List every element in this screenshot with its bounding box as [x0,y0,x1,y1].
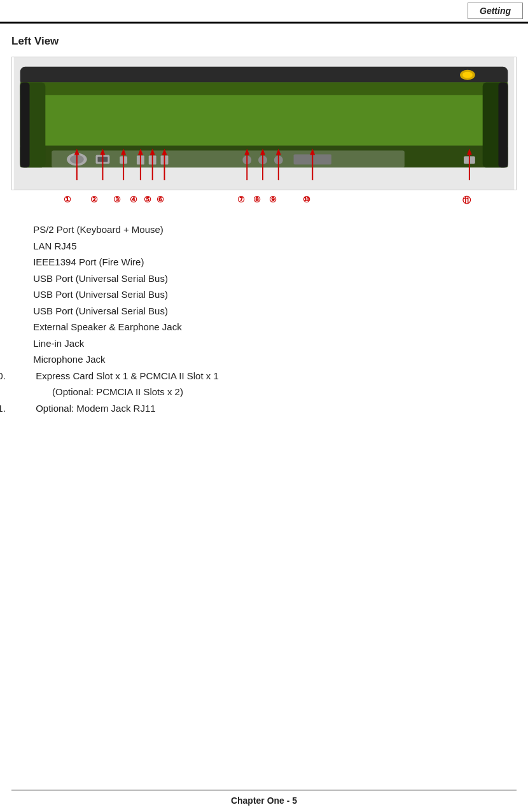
list-item: 3. IEEE1394 Port (Fire Wire) [11,255,517,270]
diagram-area: ① ② ③ ④ ⑤ ⑥ ⑦ ⑧ ⑨ ⑩ ⑪ [11,57,517,218]
port-label-4: ④ [130,195,137,204]
list-item: 9. Microphone Jack [11,353,517,367]
port-label-9: ⑨ [269,195,277,204]
list-item-10-continued: (Optional: PCMCIA II Slots x 2) [11,385,517,400]
port-label-8: ⑧ [253,195,261,204]
items-list: 1. PS/2 Port (Keyboard + Mouse) 2. LAN R… [11,223,517,416]
svg-point-23 [462,72,473,78]
svg-rect-4 [20,95,508,145]
page-title: Left View [11,35,528,48]
laptop-left-view-image [11,57,517,190]
list-item: 6. USB Port (Universal Serial Bus) [11,304,517,319]
port-label-6: ⑥ [156,195,164,204]
list-item: 10. Express Card Slot x 1 & PCMCIA II Sl… [11,369,517,384]
svg-rect-3 [20,83,508,95]
port-label-3: ③ [113,195,121,204]
list-item: 4. USB Port (Universal Serial Bus) [11,272,517,286]
top-bar: Getting [0,0,528,23]
list-item: 1. PS/2 Port (Keyboard + Mouse) [11,223,517,237]
port-label-10: ⑩ [303,195,310,204]
svg-rect-25 [498,83,508,168]
list-item: 7. External Speaker & Earphone Jack [11,320,517,335]
port-label-5: ⑤ [144,195,151,204]
list-item: 8. Line-in Jack [11,337,517,351]
list-item: 11. Optional: Modem Jack RJ11 [11,402,517,416]
bottom-footer: Chapter One - 5 [0,790,528,812]
svg-rect-24 [20,83,30,168]
getting-label: Getting [468,3,523,19]
port-label-2: ② [90,195,98,204]
port-label-11: ⑪ [462,195,471,206]
top-line [0,23,528,24]
numbers-row: ① ② ③ ④ ⑤ ⑥ ⑦ ⑧ ⑨ ⑩ ⑪ [11,195,517,218]
chapter-label: Chapter One - 5 [0,790,528,812]
port-label-7: ⑦ [237,195,245,204]
list-item: 5. USB Port (Universal Serial Bus) [11,288,517,302]
list-item: 2. LAN RJ45 [11,239,517,254]
port-label-1: ① [64,195,71,204]
